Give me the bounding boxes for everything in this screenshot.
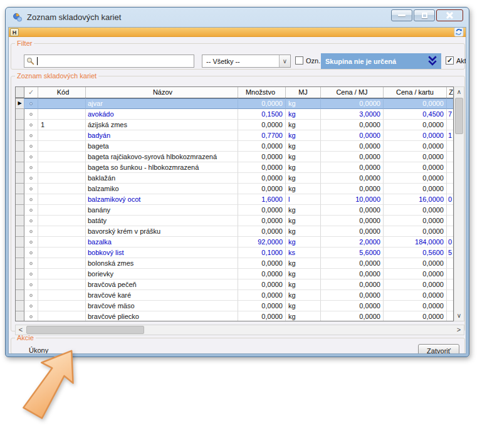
table-cell[interactable]: kg — [286, 120, 321, 130]
table-cell[interactable] — [447, 162, 454, 173]
table-cell[interactable]: 0,0000 — [384, 269, 447, 279]
table-cell[interactable]: 0,0000 — [238, 162, 286, 173]
table-cell[interactable]: 0,0000 — [238, 279, 286, 290]
table-row[interactable]: bravčové pliecko0,0000kg0,00000,0000 — [16, 311, 454, 321]
table-cell[interactable]: 5,6000 — [321, 247, 384, 258]
table-cell[interactable]: 1,6000 — [238, 194, 286, 205]
table-cell[interactable] — [24, 216, 38, 226]
table-cell[interactable]: baklažán — [86, 173, 238, 184]
header-mnozstvo[interactable]: Množstvo — [238, 87, 286, 98]
table-cell[interactable] — [447, 311, 454, 321]
table-cell[interactable] — [24, 141, 38, 152]
table-row[interactable]: bolonská zmes0,0000kg0,00000,0000 — [16, 258, 454, 269]
table-cell[interactable]: 0,0000 — [321, 301, 384, 311]
table-cell[interactable]: kg — [286, 173, 321, 184]
table-cell[interactable]: 0,0000 — [321, 152, 384, 162]
table-row[interactable]: batáty0,0000kg0,00000,0000 — [16, 216, 454, 226]
table-cell[interactable]: 0 — [447, 237, 454, 247]
table-cell[interactable]: 7 — [447, 109, 454, 120]
table-cell[interactable]: 0,7700 — [238, 130, 286, 141]
table-cell[interactable] — [447, 269, 454, 279]
table-cell[interactable]: banány — [86, 205, 238, 216]
chevron-down-icon[interactable]: ∨ — [279, 55, 290, 67]
table-cell[interactable]: kg — [286, 258, 321, 269]
table-cell[interactable]: l — [286, 194, 321, 205]
table-cell[interactable] — [38, 184, 86, 194]
table-cell[interactable] — [447, 152, 454, 162]
table-cell[interactable] — [24, 237, 38, 247]
table-cell[interactable]: 0,0000 — [238, 98, 286, 109]
table-cell[interactable]: 16,0000 — [384, 194, 447, 205]
table-cell[interactable] — [24, 269, 38, 279]
table-cell[interactable]: 0,0000 — [321, 216, 384, 226]
table-cell[interactable] — [447, 258, 454, 269]
table-cell[interactable]: ajvar — [86, 98, 238, 109]
table-cell[interactable] — [38, 247, 86, 258]
table-cell[interactable]: ks — [286, 247, 321, 258]
table-cell[interactable] — [38, 130, 86, 141]
table-cell[interactable]: badyán — [86, 130, 238, 141]
table-cell[interactable] — [38, 290, 86, 301]
table-cell[interactable] — [447, 279, 454, 290]
table-cell[interactable]: bolonská zmes — [86, 258, 238, 269]
table-cell[interactable] — [447, 98, 454, 109]
table-cell[interactable]: 0,0000 — [238, 184, 286, 194]
table-row[interactable]: 1ázijská zmes0,0000kg0,00000,0000 — [16, 120, 454, 130]
table-cell[interactable]: kg — [286, 184, 321, 194]
table-cell[interactable] — [24, 205, 38, 216]
table-cell[interactable] — [24, 258, 38, 269]
table-cell[interactable] — [24, 226, 38, 237]
row-selector[interactable] — [16, 258, 24, 269]
table-cell[interactable] — [447, 120, 454, 130]
table-cell[interactable] — [38, 226, 86, 237]
table-cell[interactable]: 0,1000 — [238, 247, 286, 258]
vertical-scroll-thumb[interactable] — [455, 98, 463, 134]
table-cell[interactable]: 0,0000 — [238, 152, 286, 162]
table-cell[interactable]: balzamiko — [86, 184, 238, 194]
table-cell[interactable]: 0,0000 — [384, 141, 447, 152]
table-cell[interactable] — [447, 173, 454, 184]
refresh-icon[interactable] — [454, 27, 464, 37]
row-selector[interactable] — [16, 247, 24, 258]
table-cell[interactable] — [38, 205, 86, 216]
table-cell[interactable] — [38, 216, 86, 226]
table-cell[interactable]: kg — [286, 237, 321, 247]
table-cell[interactable]: ázijská zmes — [86, 120, 238, 130]
table-cell[interactable]: bravčové karé — [86, 290, 238, 301]
table-cell[interactable] — [447, 205, 454, 216]
horizontal-scroll-thumb[interactable] — [26, 326, 144, 334]
row-selector[interactable] — [16, 279, 24, 290]
double-chevron-down-icon[interactable] — [427, 55, 437, 66]
table-cell[interactable] — [24, 290, 38, 301]
table-cell[interactable]: 0,0000 — [384, 120, 447, 130]
header-kod[interactable]: Kód — [38, 87, 86, 98]
table-cell[interactable] — [447, 301, 454, 311]
row-selector[interactable] — [16, 162, 24, 173]
table-cell[interactable]: kg — [286, 109, 321, 120]
category-dropdown[interactable]: -- Všetky -- ∨ — [202, 55, 291, 68]
header-check[interactable]: ✓ — [24, 87, 38, 98]
header-nazov[interactable]: Názov — [86, 87, 238, 98]
table-cell[interactable] — [38, 162, 86, 173]
table-cell[interactable]: 0,0000 — [384, 173, 447, 184]
table-row[interactable]: bageta rajčiakovo-syrová hlbokozmrazená0… — [16, 152, 454, 162]
table-cell[interactable]: bageta rajčiakovo-syrová hlbokozmrazená — [86, 152, 238, 162]
table-cell[interactable]: kg — [286, 226, 321, 237]
minimize-button[interactable] — [391, 9, 412, 21]
table-cell[interactable]: 0,0000 — [384, 205, 447, 216]
row-selector[interactable] — [16, 109, 24, 120]
table-cell[interactable] — [447, 226, 454, 237]
header-cena-kartu[interactable]: Cena / kartu — [384, 87, 447, 98]
table-cell[interactable] — [38, 279, 86, 290]
table-cell[interactable]: kg — [286, 279, 321, 290]
table-cell[interactable]: 0,0000 — [384, 98, 447, 109]
table-cell[interactable]: 0,0000 — [238, 141, 286, 152]
table-cell[interactable]: 184,0000 — [384, 237, 447, 247]
row-selector[interactable] — [16, 269, 24, 279]
table-cell[interactable] — [38, 141, 86, 152]
table-row[interactable]: banány0,0000kg0,00000,0000 — [16, 205, 454, 216]
table-cell[interactable] — [24, 301, 38, 311]
table-cell[interactable]: 0,0000 — [238, 290, 286, 301]
maximize-button[interactable] — [414, 9, 435, 21]
row-selector[interactable] — [16, 194, 24, 205]
